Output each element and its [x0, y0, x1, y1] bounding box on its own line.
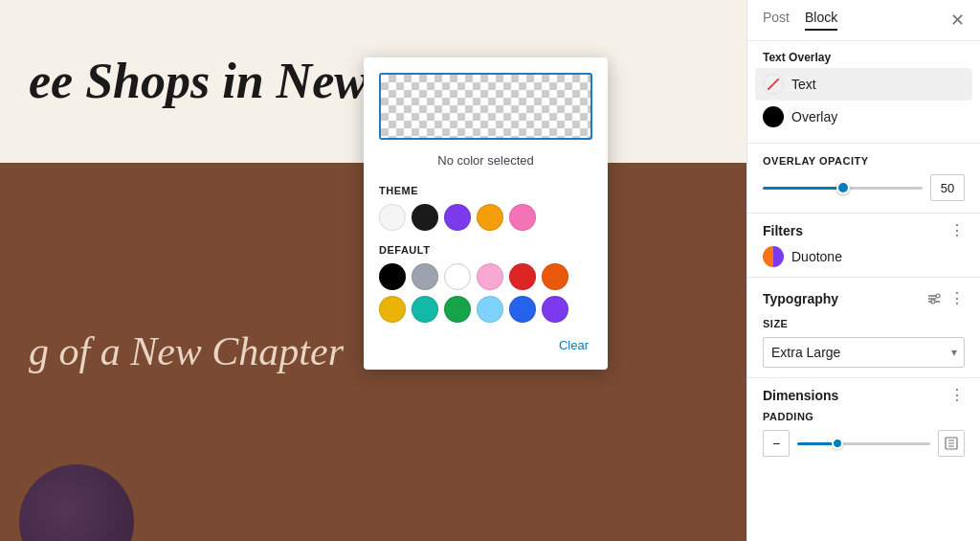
- size-dropdown-wrapper: Small Medium Large Extra Large ▾: [763, 337, 965, 368]
- color-preview-box[interactable]: [379, 73, 592, 140]
- opacity-control: 50: [763, 174, 965, 201]
- text-option-label: Text: [791, 77, 816, 92]
- swatch-d-violet[interactable]: [542, 296, 568, 323]
- text-option-row[interactable]: Text: [755, 68, 972, 101]
- sidebar-tabs: Post Block: [763, 10, 837, 31]
- svg-point-3: [936, 294, 940, 298]
- dimensions-header: Dimensions ⋮: [763, 388, 965, 403]
- swatch-d-white[interactable]: [444, 263, 471, 290]
- size-dropdown[interactable]: Small Medium Large Extra Large: [763, 337, 965, 368]
- filters-section: Filters ⋮ Duotone: [747, 214, 980, 278]
- typography-menu-button[interactable]: ⋮: [949, 291, 965, 306]
- dimensions-title: Dimensions: [763, 388, 838, 403]
- swatch-d-green[interactable]: [444, 296, 471, 323]
- swatch-yellow-orange[interactable]: [477, 204, 503, 231]
- swatch-d-gray[interactable]: [412, 263, 438, 290]
- swatch-d-orange[interactable]: [542, 263, 568, 290]
- padding-slider[interactable]: [797, 442, 930, 445]
- swatch-d-teal[interactable]: [412, 296, 438, 323]
- overlay-option-row[interactable]: Overlay: [763, 101, 965, 133]
- swatch-purple[interactable]: [444, 204, 471, 231]
- typography-adjust-button[interactable]: [923, 287, 946, 310]
- typography-header: Typography ⋮: [763, 287, 965, 310]
- swatch-pink[interactable]: [509, 204, 536, 231]
- padding-controls: −: [763, 430, 965, 457]
- duotone-row[interactable]: Duotone: [763, 246, 965, 267]
- swatch-white[interactable]: [379, 204, 406, 231]
- theme-color-swatches: [379, 204, 592, 231]
- clear-button[interactable]: Clear: [555, 336, 592, 354]
- swatch-d-yellow[interactable]: [379, 296, 406, 323]
- swatch-d-blue[interactable]: [509, 296, 536, 323]
- filters-menu-button[interactable]: ⋮: [949, 223, 965, 238]
- filters-title: Filters: [763, 223, 803, 238]
- padding-decrease-button[interactable]: −: [763, 430, 790, 457]
- canvas-title: ee Shops in New: [29, 54, 368, 108]
- padding-label: PADDING: [763, 411, 965, 422]
- typography-title: Typography: [763, 291, 838, 306]
- text-color-icon: [763, 74, 784, 95]
- filters-header: Filters ⋮: [763, 223, 965, 238]
- swatch-d-light-blue[interactable]: [477, 296, 503, 323]
- swatch-d-red[interactable]: [509, 263, 536, 290]
- duotone-label: Duotone: [791, 249, 842, 264]
- dimensions-menu-button[interactable]: ⋮: [949, 388, 965, 403]
- color-picker-popup: No color selected THEME DEFAULT Clear: [364, 57, 608, 370]
- svg-point-4: [931, 300, 935, 304]
- swatch-black[interactable]: [412, 204, 438, 231]
- overlay-color-icon: [763, 106, 784, 127]
- canvas-subtitle: g of a New Chapter: [29, 327, 344, 375]
- default-color-swatches: [379, 263, 592, 323]
- dimensions-section: Dimensions ⋮ PADDING −: [747, 378, 980, 466]
- clear-button-container: Clear: [379, 336, 592, 354]
- overlay-opacity-section: OVERLAY OPACITY 50: [747, 144, 980, 214]
- padding-adjust-button[interactable]: [938, 430, 965, 457]
- text-overlay-section: Text Overlay Text Overlay: [747, 41, 980, 144]
- sidebar: Post Block ✕ Text Overlay Text Overlay O…: [746, 0, 980, 541]
- canvas-overlay-circle: [19, 464, 134, 541]
- opacity-value[interactable]: 50: [930, 174, 965, 201]
- text-overlay-section-label: Text Overlay: [763, 51, 965, 64]
- tab-block[interactable]: Block: [805, 10, 837, 31]
- overlay-option-label: Overlay: [791, 109, 837, 124]
- opacity-slider[interactable]: [763, 187, 923, 190]
- canvas-area: ee Shops in New g of a New Chapter No co…: [0, 0, 746, 541]
- typography-section: Typography ⋮ SIZE Small Medium: [747, 278, 980, 378]
- opacity-slider-thumb: [836, 181, 850, 194]
- default-section-label: DEFAULT: [379, 244, 592, 256]
- overlay-opacity-label: OVERLAY OPACITY: [763, 155, 965, 167]
- close-button[interactable]: ✕: [950, 11, 965, 29]
- duotone-icon: [763, 246, 784, 267]
- size-label: SIZE: [763, 318, 965, 329]
- padding-slider-thumb: [832, 438, 843, 449]
- sidebar-header: Post Block ✕: [747, 0, 980, 41]
- no-color-label: No color selected: [379, 149, 592, 171]
- theme-section-label: THEME: [379, 185, 592, 196]
- swatch-d-pink[interactable]: [477, 263, 503, 290]
- tab-post[interactable]: Post: [763, 10, 790, 31]
- swatch-d-black[interactable]: [379, 263, 406, 290]
